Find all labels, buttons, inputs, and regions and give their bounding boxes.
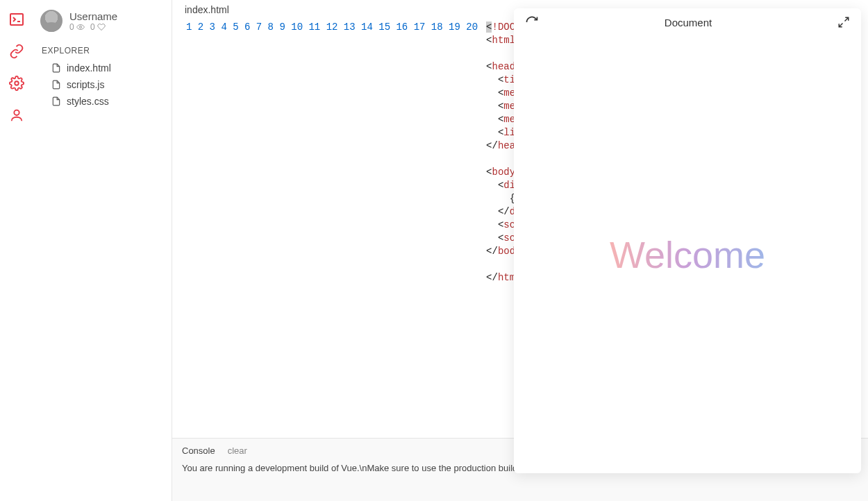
file-explorer: Username 0 0 EXPLORER index.html scripts… xyxy=(33,0,172,501)
preview-window: Document Welcome xyxy=(514,8,861,473)
file-icon xyxy=(51,63,61,73)
user-stats: 0 0 xyxy=(69,22,117,32)
heart-icon xyxy=(97,23,106,31)
user-block: Username 0 0 xyxy=(40,10,165,32)
file-item-styles[interactable]: styles.css xyxy=(40,93,165,110)
preview-body: Welcome xyxy=(514,36,861,473)
svg-point-3 xyxy=(80,26,82,28)
username-label: Username xyxy=(69,10,117,22)
reload-icon[interactable] xyxy=(525,15,539,29)
terminal-icon[interactable] xyxy=(8,11,25,28)
console-clear-button[interactable]: clear xyxy=(228,445,247,456)
link-icon[interactable] xyxy=(8,43,25,60)
likes-count: 0 xyxy=(90,22,95,32)
eye-icon xyxy=(76,23,85,31)
expand-icon[interactable] xyxy=(837,16,850,28)
file-icon xyxy=(51,96,61,106)
welcome-heading: Welcome xyxy=(610,233,765,276)
file-item-scripts[interactable]: scripts.js xyxy=(40,76,165,93)
editor-open-tab[interactable]: index.html xyxy=(185,4,229,15)
svg-point-1 xyxy=(15,81,19,85)
file-list: index.html scripts.js styles.css xyxy=(40,60,165,110)
file-label: index.html xyxy=(67,62,111,74)
gear-icon[interactable] xyxy=(8,75,25,92)
avatar[interactable] xyxy=(40,10,62,32)
svg-rect-0 xyxy=(10,14,23,25)
file-item-index[interactable]: index.html xyxy=(40,60,165,76)
console-tab[interactable]: Console xyxy=(182,445,215,456)
file-label: styles.css xyxy=(67,96,109,107)
explorer-heading: EXPLORER xyxy=(42,46,165,56)
file-label: scripts.js xyxy=(67,79,104,90)
preview-title: Document xyxy=(665,17,712,28)
svg-point-2 xyxy=(14,110,19,115)
views-count: 0 xyxy=(69,22,74,32)
line-number-gutter: 1 2 3 4 5 6 7 8 9 10 11 12 13 14 15 16 1… xyxy=(172,21,486,438)
activity-bar xyxy=(0,0,33,501)
file-icon xyxy=(51,80,61,90)
person-icon[interactable] xyxy=(8,107,25,124)
